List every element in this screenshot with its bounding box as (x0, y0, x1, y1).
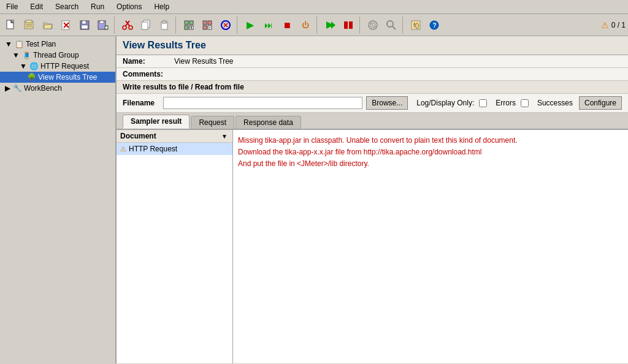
view-results-label: View Results Tree (38, 73, 98, 82)
tree-item-thread-group[interactable]: ▼ 🧵 Thread Group (0, 50, 115, 61)
list-item-http-request[interactable]: ⚠ HTTP Request (117, 143, 232, 155)
tab-sampler-result[interactable]: Sampler result (123, 115, 190, 129)
http-request-icon: 🌐 (29, 62, 39, 70)
start-remote-button[interactable] (321, 17, 339, 34)
list-item-warning-icon: ⚠ (120, 145, 126, 153)
view-results-icon: 🌳 (27, 73, 36, 82)
svg-rect-40 (344, 21, 348, 29)
workbench-expand-icon: ▶ (5, 84, 10, 93)
comments-row: Comments: (117, 68, 628, 81)
save-button[interactable] (76, 17, 93, 34)
start-button[interactable]: ▶ (242, 17, 259, 34)
svg-rect-5 (26, 20, 32, 23)
svg-rect-34 (203, 26, 207, 29)
svg-rect-32 (203, 21, 207, 25)
svg-point-45 (387, 21, 393, 27)
tree-item-workbench[interactable]: ▶ 🔧 WorkBench (0, 83, 115, 94)
svg-rect-23 (142, 22, 148, 29)
svg-rect-25 (163, 21, 166, 23)
error-message-1: Missing tika-app.jar in classpath. Unabl… (238, 135, 623, 146)
successes-checkbox[interactable] (521, 99, 529, 107)
new-button[interactable] (2, 17, 20, 34)
tree-item-http-request[interactable]: ▼ 🌐 HTTP Request (0, 61, 115, 72)
collapse-button[interactable] (199, 17, 216, 34)
filename-input[interactable] (163, 97, 362, 109)
stop-button[interactable]: ⏹ (278, 17, 296, 34)
comments-label: Comments: (123, 70, 172, 78)
filename-row: Filename Browse... Log/Display Only: Err… (117, 94, 628, 113)
thread-group-expand-icon: ▼ (12, 51, 20, 59)
error-message-2: Download the tika-app-x.x.jar file from … (238, 146, 623, 158)
menu-options[interactable]: Options (113, 1, 145, 12)
separator-3 (237, 17, 239, 34)
http-request-expand-icon: ▼ (20, 62, 27, 70)
separator-5 (359, 17, 362, 34)
log-display-label: Log/Display Only: (416, 99, 474, 107)
errors-label: Errors (496, 99, 516, 107)
svg-line-46 (392, 26, 396, 29)
browse-button[interactable]: Browse... (366, 96, 408, 110)
panel-title: View Results Tree (123, 40, 206, 50)
search-button[interactable] (383, 17, 400, 34)
svg-rect-33 (208, 21, 212, 25)
filename-label: Filename (123, 99, 159, 107)
left-panel: ▼ 📋 Test Plan ▼ 🧵 Thread Group ▼ 🌐 HTTP … (0, 36, 117, 363)
svg-marker-39 (331, 21, 335, 29)
result-content: Missing tika-app.jar in classpath. Unabl… (233, 130, 628, 363)
right-panel: View Results Tree Name: View Results Tre… (117, 36, 628, 363)
name-value: View Results Tree (174, 57, 234, 66)
menu-help[interactable]: Help (150, 1, 173, 12)
write-results-label: Write results to file / Read from file (123, 83, 244, 91)
open-button[interactable] (39, 17, 56, 34)
save-as-button[interactable] (94, 17, 112, 34)
menu-edit[interactable]: Edit (26, 1, 47, 12)
panel-header: View Results Tree (117, 36, 628, 55)
cut-button[interactable] (119, 17, 136, 34)
write-results-section: Write results to file / Read from file (117, 81, 628, 94)
main-layout: ▼ 📋 Test Plan ▼ 🧵 Thread Group ▼ 🌐 HTTP … (0, 36, 628, 363)
svg-text:f(): f() (413, 22, 419, 29)
svg-rect-12 (82, 21, 86, 24)
copy-button[interactable] (137, 17, 155, 34)
http-request-label: HTTP Request (40, 62, 89, 70)
thread-group-icon: 🧵 (22, 51, 31, 59)
tab-request[interactable]: Request (191, 116, 234, 129)
name-label: Name: (123, 57, 172, 66)
menu-run[interactable]: Run (87, 1, 108, 12)
warning-counter: ⚠ 0 / 1 (601, 20, 626, 30)
tree-item-test-plan[interactable]: ▼ 📋 Test Plan (0, 39, 115, 50)
tab-response-data[interactable]: Response data (236, 116, 301, 129)
list-dropdown-arrow[interactable]: ▼ (220, 132, 229, 140)
svg-point-21 (129, 26, 132, 29)
svg-point-20 (123, 26, 126, 29)
list-item-label: HTTP Request (129, 145, 177, 153)
svg-rect-41 (349, 21, 353, 29)
split-content: Document ▼ ⚠ HTTP Request Missing tika-a… (117, 130, 628, 363)
expand-button[interactable] (180, 17, 197, 34)
tabs-row: Sampler result Request Response data (117, 113, 628, 130)
open-template-button[interactable] (21, 17, 38, 34)
menu-search[interactable]: Search (52, 1, 82, 12)
separator-6 (402, 17, 405, 34)
svg-rect-28 (185, 26, 188, 29)
toggle-button[interactable] (217, 17, 234, 34)
paste-button[interactable] (156, 17, 173, 34)
stop-remote-button[interactable] (340, 17, 357, 34)
thread-group-label: Thread Group (33, 51, 79, 59)
configure-button[interactable]: Configure (579, 96, 622, 110)
start-no-pause-button[interactable]: ⏭ (260, 17, 277, 34)
clear-button[interactable] (364, 17, 381, 34)
help-button[interactable]: ? (426, 17, 443, 34)
menu-file[interactable]: File (2, 1, 21, 12)
successes-label: Successes (537, 99, 573, 107)
svg-rect-27 (190, 21, 193, 25)
tree-item-view-results-tree[interactable]: 🌳 View Results Tree (0, 72, 115, 83)
toolbar: ▶ ⏭ ⏹ ⏻ f() ? ⚠ 0 / 1 (0, 14, 628, 36)
error-message-3: And put the file in <JMeter>/lib directo… (238, 158, 623, 170)
errors-checkbox[interactable] (479, 99, 487, 107)
shutdown-button[interactable]: ⏻ (297, 17, 314, 34)
separator-2 (175, 17, 178, 34)
function-helper-button[interactable]: f() (407, 17, 424, 34)
svg-rect-13 (82, 25, 88, 29)
close-button[interactable] (58, 17, 75, 34)
